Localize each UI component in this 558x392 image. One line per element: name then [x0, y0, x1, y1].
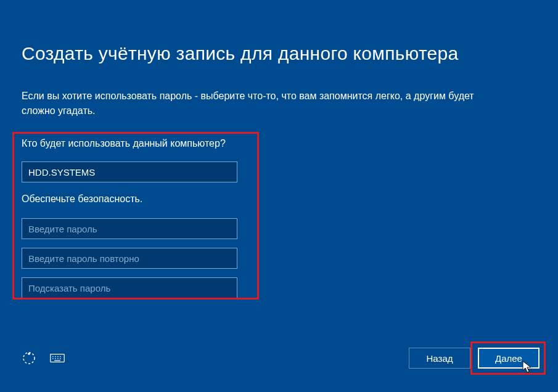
password-input[interactable]	[22, 218, 237, 239]
ease-of-access-icon[interactable]	[22, 351, 36, 365]
form-highlight-box	[12, 132, 259, 300]
password-hint-input[interactable]	[22, 277, 237, 298]
who-prompt: Кто будет использовать данный компьютер?	[22, 138, 536, 149]
page-description: Если вы хотите использовать пароль - выб…	[22, 89, 509, 118]
nav-buttons: Назад Далее	[409, 348, 540, 369]
back-button[interactable]: Назад	[409, 348, 470, 369]
keyboard-icon[interactable]	[50, 351, 65, 365]
bottom-icons	[22, 351, 65, 365]
next-button[interactable]: Далее	[478, 348, 540, 369]
username-input[interactable]	[22, 161, 237, 182]
security-prompt: Обеспечьте безопасность.	[22, 194, 536, 205]
account-form: Кто будет использовать данный компьютер?…	[22, 138, 536, 298]
bottom-bar: Назад Далее	[22, 348, 540, 369]
page-title: Создать учётную запись для данного компь…	[22, 43, 536, 64]
password-repeat-input[interactable]	[22, 248, 237, 269]
